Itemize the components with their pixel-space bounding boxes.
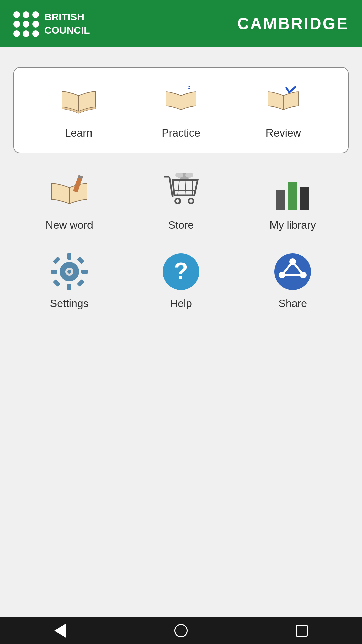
svg-text:?: ? bbox=[186, 86, 193, 92]
practice-icon: ? bbox=[158, 81, 204, 121]
recents-button[interactable] bbox=[292, 621, 312, 641]
svg-rect-23 bbox=[288, 182, 297, 210]
practice-button[interactable]: ? Practice bbox=[134, 81, 228, 139]
practice-label: Practice bbox=[162, 127, 200, 139]
mid-section: New word bbox=[13, 173, 349, 231]
review-icon bbox=[260, 81, 307, 121]
main-content: Learn ? Practice bbox=[0, 47, 362, 617]
learn-label: Learn bbox=[65, 127, 93, 139]
svg-rect-33 bbox=[53, 279, 60, 287]
my-library-button[interactable]: My library bbox=[246, 173, 340, 231]
settings-label: Settings bbox=[50, 297, 89, 310]
logo-dots bbox=[13, 11, 38, 36]
svg-rect-32 bbox=[77, 257, 84, 264]
svg-rect-27 bbox=[67, 253, 71, 260]
top-section: Learn ? Practice bbox=[13, 67, 349, 153]
store-icon bbox=[158, 173, 204, 214]
svg-rect-31 bbox=[53, 257, 60, 264]
svg-rect-22 bbox=[276, 190, 285, 210]
svg-text:?: ? bbox=[174, 258, 188, 284]
app-header: BRITISH COUNCIL CAMBRIDGE bbox=[0, 0, 362, 47]
settings-button[interactable]: Settings bbox=[22, 252, 116, 310]
share-button[interactable]: Share bbox=[246, 252, 340, 310]
brand-name: BRITISH COUNCIL bbox=[44, 10, 90, 37]
svg-point-16 bbox=[176, 199, 179, 203]
help-icon: ? bbox=[158, 252, 204, 292]
svg-rect-29 bbox=[51, 270, 57, 274]
new-word-button[interactable]: New word bbox=[22, 173, 116, 231]
review-label: Review bbox=[266, 127, 301, 139]
home-button[interactable] bbox=[171, 621, 191, 641]
svg-rect-30 bbox=[81, 270, 88, 274]
svg-point-18 bbox=[189, 199, 193, 203]
store-label: Store bbox=[168, 219, 194, 231]
store-button[interactable]: Store bbox=[134, 173, 228, 231]
learn-button[interactable]: Learn bbox=[32, 81, 126, 139]
svg-point-37 bbox=[67, 270, 71, 274]
help-label: Help bbox=[170, 297, 192, 310]
svg-line-11 bbox=[185, 180, 186, 195]
review-button[interactable]: Review bbox=[236, 81, 330, 139]
new-word-label: New word bbox=[46, 219, 93, 231]
help-button[interactable]: ? Help bbox=[134, 252, 228, 310]
svg-rect-24 bbox=[300, 187, 309, 210]
bottom-nav-bar bbox=[0, 617, 362, 644]
svg-line-12 bbox=[192, 180, 193, 195]
share-icon bbox=[269, 252, 316, 292]
share-label: Share bbox=[279, 297, 307, 310]
svg-rect-28 bbox=[67, 284, 71, 290]
back-button[interactable] bbox=[50, 621, 70, 641]
settings-icon bbox=[46, 252, 93, 292]
bottom-section: Settings ? Help bbox=[13, 252, 349, 310]
british-council-logo: BRITISH COUNCIL bbox=[13, 10, 90, 37]
svg-rect-34 bbox=[77, 279, 84, 287]
cambridge-label: CAMBRIDGE bbox=[237, 14, 349, 33]
new-word-icon bbox=[46, 173, 93, 214]
my-library-label: My library bbox=[269, 219, 316, 231]
learn-icon bbox=[55, 81, 102, 121]
svg-line-10 bbox=[178, 180, 179, 195]
my-library-icon bbox=[269, 173, 316, 214]
